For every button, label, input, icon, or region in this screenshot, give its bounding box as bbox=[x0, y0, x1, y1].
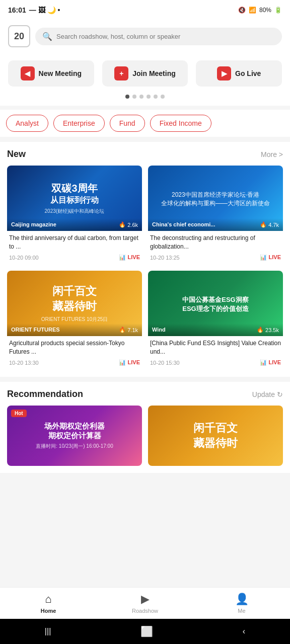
rec-update-label: Update bbox=[252, 390, 275, 398]
card-2-time: 10-20 13:25 bbox=[150, 255, 180, 261]
card-1-source: Caijing magazine bbox=[11, 221, 56, 228]
card-3-viewers: 🔥 7.1k bbox=[119, 327, 138, 333]
hot-badge: Hot bbox=[11, 410, 27, 417]
calendar-date: 20 bbox=[14, 31, 24, 42]
dot-5[interactable] bbox=[154, 95, 158, 99]
dot-3[interactable] bbox=[139, 95, 143, 99]
system-navigation-bar: ||| ⬜ ‹ bbox=[0, 619, 290, 644]
card-1-meta: 10-20 09:00 📊 LIVE bbox=[9, 254, 140, 261]
nav-home[interactable]: ⌂ Home bbox=[0, 593, 97, 614]
nav-roadshow[interactable]: ▶ Roadshow bbox=[97, 593, 193, 614]
card-3-source: ORIENT FUTURES bbox=[11, 327, 60, 333]
category-fixed-income[interactable]: Fixed Income bbox=[150, 115, 211, 132]
new-card-3[interactable]: 闲千百文 藏器待时 ORIENT FUTURES 10月25日 ORIENT F… bbox=[7, 271, 142, 370]
battery-icon: 🔋 bbox=[274, 7, 282, 14]
rec-card-grid: Hot 场外期权定价利器 期权定价计算器 直播时间: 10/23(周一) 16:… bbox=[7, 406, 283, 473]
calendar-widget[interactable]: 20 bbox=[8, 25, 30, 47]
nav-me[interactable]: 👤 Me bbox=[193, 593, 290, 614]
card-4-source: Wind bbox=[152, 327, 166, 333]
new-section-header: New More > bbox=[7, 149, 283, 159]
dot-2[interactable] bbox=[132, 95, 136, 99]
card-2-overlay: China's chief economi... 🔥 4.7k bbox=[148, 218, 283, 231]
card-2-live-badge: 📊 LIVE bbox=[260, 254, 281, 261]
home-icon: ⌂ bbox=[45, 593, 51, 606]
new-section-more[interactable]: More > bbox=[261, 150, 283, 158]
card-2-thumbnail: 2023中国首席经济学家论坛·香港全球化的解构与重构——大湾区的新使命 Chin… bbox=[148, 166, 283, 231]
join-meeting-icon: + bbox=[114, 66, 128, 80]
card-1-time: 10-20 09:00 bbox=[9, 255, 39, 261]
nav-roadshow-label: Roadshow bbox=[132, 608, 158, 614]
card-1-thumbnail: 双碳3周年 从目标到行动 2023(财经)碳中和高峰论坛 Caijing mag… bbox=[7, 166, 142, 231]
new-section-title: New bbox=[7, 149, 26, 159]
card-4-main-text: 中国公募基金ESG洞察ESG理念下的价值创造 bbox=[182, 295, 248, 313]
card-2-source: China's chief economi... bbox=[152, 221, 215, 228]
card-1-live-badge: 📊 LIVE bbox=[119, 254, 140, 261]
status-time: 16:01 bbox=[8, 6, 26, 14]
card-1-title: The third anniversary of dual carbon, fr… bbox=[9, 234, 140, 252]
signal-icon: 🔇 bbox=[238, 7, 246, 14]
card-1-viewers: 🔥 2.6k bbox=[119, 221, 138, 228]
card-4-thumbnail: 中国公募基金ESG洞察ESG理念下的价值创造 Wind 🔥 23.5k bbox=[148, 271, 283, 336]
rec-1-sub: 直播时间: 10/23(周一) 16:00-17:00 bbox=[36, 443, 113, 450]
card-3-thumbnail: 闲千百文 藏器待时 ORIENT FUTURES 10月25日 ORIENT F… bbox=[7, 271, 142, 336]
new-meeting-button[interactable]: ◀ New Meeting bbox=[8, 60, 94, 87]
dot-6[interactable] bbox=[161, 95, 165, 99]
sys-back-button[interactable]: ||| bbox=[33, 623, 63, 640]
dot-4[interactable] bbox=[147, 95, 151, 99]
new-card-grid: 双碳3周年 从目标到行动 2023(财经)碳中和高峰论坛 Caijing mag… bbox=[7, 166, 283, 377]
card-2-main-text: 2023中国首席经济学家论坛·香港全球化的解构与重构——大湾区的新使命 bbox=[161, 191, 270, 208]
card-3-sub: ORIENT FUTURES 10月25日 bbox=[41, 316, 108, 323]
category-analyst[interactable]: Analyst bbox=[6, 115, 48, 132]
go-live-button[interactable]: ▶ Go Live bbox=[196, 60, 282, 87]
rec-1-title: 场外期权定价利器 bbox=[44, 422, 105, 431]
new-card-1[interactable]: 双碳3周年 从目标到行动 2023(财经)碳中和高峰论坛 Caijing mag… bbox=[7, 166, 142, 265]
card-3-time: 10-20 13:30 bbox=[9, 360, 39, 366]
category-enterprise[interactable]: Enterprise bbox=[53, 115, 105, 132]
card-3-title: Agricultural products special session-To… bbox=[9, 339, 140, 357]
card-3-live-badge: 📊 LIVE bbox=[119, 359, 140, 366]
bottom-navigation: ⌂ Home ▶ Roadshow 👤 Me bbox=[0, 587, 290, 619]
card-4-info: [China Public Fund ESG Insights] Value C… bbox=[148, 336, 283, 370]
category-fund[interactable]: Fund bbox=[110, 115, 145, 132]
dot-1[interactable] bbox=[125, 95, 129, 99]
new-section: New More > 双碳3周年 从目标到行动 2023(财经)碳中和高峰论坛 … bbox=[0, 142, 290, 377]
sys-home-button[interactable]: ⬜ bbox=[128, 621, 165, 641]
card-4-overlay: Wind 🔥 23.5k bbox=[148, 324, 283, 336]
rec-2-title: 闲千百文 bbox=[193, 421, 238, 436]
card-3-info: Agricultural products special session-To… bbox=[7, 336, 142, 370]
recommendation-section: Recommendation Update ↻ Hot 场外期权定价利器 期权定… bbox=[0, 382, 290, 473]
action-buttons-section: ◀ New Meeting + Join Meeting ▶ Go Live bbox=[0, 52, 290, 95]
join-meeting-button[interactable]: + Join Meeting bbox=[102, 60, 188, 87]
rec-header: Recommendation Update ↻ bbox=[7, 389, 283, 399]
card-2-meta: 10-20 13:25 📊 LIVE bbox=[150, 254, 281, 261]
new-card-4[interactable]: 中国公募基金ESG洞察ESG理念下的价值创造 Wind 🔥 23.5k [Chi… bbox=[148, 271, 283, 370]
battery-text: 80% bbox=[259, 7, 271, 14]
rec-card-2[interactable]: 闲千百文 藏器待时 bbox=[148, 406, 283, 466]
go-live-label: Go Live bbox=[235, 69, 261, 77]
rec-1-subtitle: 期权定价计算器 bbox=[48, 431, 101, 441]
card-1-overlay: Caijing magazine 🔥 2.6k bbox=[7, 218, 142, 231]
card-3-meta: 10-20 13:30 📊 LIVE bbox=[9, 359, 140, 366]
carousel-dots bbox=[0, 95, 290, 106]
rec-update-button[interactable]: Update ↻ bbox=[252, 390, 283, 398]
card-4-time: 10-20 15:30 bbox=[150, 360, 180, 366]
new-card-2[interactable]: 2023中国首席经济学家论坛·香港全球化的解构与重构——大湾区的新使命 Chin… bbox=[148, 166, 283, 265]
card-1-sub: 2023(财经)碳中和高峰论坛 bbox=[45, 208, 105, 215]
nav-me-label: Me bbox=[238, 608, 245, 614]
wifi-icon: 📶 bbox=[249, 7, 256, 14]
card-1-cn-title: 双碳3周年 bbox=[51, 182, 97, 195]
search-input[interactable] bbox=[56, 33, 275, 40]
nav-home-label: Home bbox=[41, 608, 56, 614]
search-bar: 20 🔍 bbox=[0, 20, 290, 52]
go-live-icon: ▶ bbox=[217, 66, 231, 80]
sys-recents-button[interactable]: ‹ bbox=[231, 623, 257, 640]
rec-card-1[interactable]: Hot 场外期权定价利器 期权定价计算器 直播时间: 10/23(周一) 16:… bbox=[7, 406, 142, 466]
join-meeting-label: Join Meeting bbox=[132, 69, 176, 77]
card-1-subtitle: 从目标到行动 bbox=[50, 195, 99, 206]
me-icon: 👤 bbox=[235, 593, 249, 606]
card-4-title: [China Public Fund ESG Insights] Value C… bbox=[150, 339, 281, 357]
status-icons: — 🖼 🌙 • bbox=[29, 6, 60, 14]
rec-card-2-thumbnail: 闲千百文 藏器待时 bbox=[148, 406, 283, 466]
search-input-wrap[interactable]: 🔍 bbox=[35, 28, 282, 45]
rec-2-subtitle: 藏器待时 bbox=[193, 436, 238, 451]
